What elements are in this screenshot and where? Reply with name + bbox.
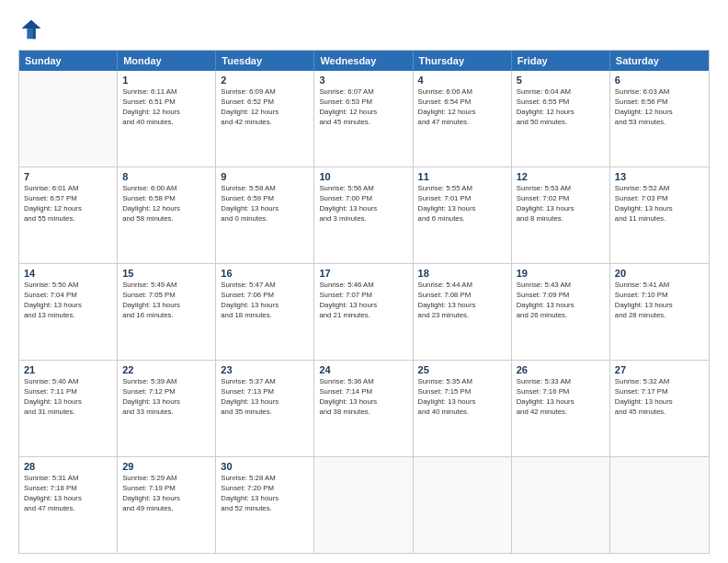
day-info: Sunrise: 5:58 AM Sunset: 6:59 PM Dayligh… — [221, 184, 309, 224]
cal-cell — [19, 71, 118, 167]
day-info: Sunrise: 5:55 AM Sunset: 7:01 PM Dayligh… — [418, 184, 506, 224]
day-number: 2 — [221, 75, 309, 86]
header-cell-thursday: Thursday — [414, 51, 512, 71]
cal-cell: 8Sunrise: 6:00 AM Sunset: 6:58 PM Daylig… — [118, 167, 216, 263]
day-number: 17 — [319, 268, 407, 279]
day-info: Sunrise: 5:50 AM Sunset: 7:04 PM Dayligh… — [24, 281, 112, 321]
day-info: Sunrise: 5:40 AM Sunset: 7:11 PM Dayligh… — [24, 377, 112, 418]
day-number: 21 — [24, 364, 112, 375]
day-info: Sunrise: 5:46 AM Sunset: 7:07 PM Dayligh… — [319, 281, 407, 321]
day-number: 13 — [615, 171, 704, 182]
day-number: 23 — [221, 364, 309, 375]
day-number: 15 — [122, 268, 210, 279]
cal-cell — [314, 457, 413, 553]
cal-cell: 22Sunrise: 5:39 AM Sunset: 7:12 PM Dayli… — [118, 361, 216, 456]
logo — [18, 17, 48, 42]
day-info: Sunrise: 5:53 AM Sunset: 7:02 PM Dayligh… — [517, 184, 605, 224]
header-cell-friday: Friday — [512, 51, 610, 71]
calendar-body: 1Sunrise: 6:11 AM Sunset: 6:51 PM Daylig… — [19, 71, 709, 553]
calendar-header: SundayMondayTuesdayWednesdayThursdayFrid… — [19, 51, 709, 71]
day-number: 9 — [221, 171, 309, 182]
cal-cell — [414, 457, 512, 553]
day-info: Sunrise: 5:37 AM Sunset: 7:13 PM Dayligh… — [221, 377, 309, 418]
day-info: Sunrise: 6:03 AM Sunset: 6:56 PM Dayligh… — [615, 87, 704, 128]
cal-cell: 9Sunrise: 5:58 AM Sunset: 6:59 PM Daylig… — [216, 167, 314, 263]
day-info: Sunrise: 5:49 AM Sunset: 7:05 PM Dayligh… — [122, 281, 210, 321]
header — [18, 17, 710, 42]
day-number: 8 — [122, 171, 210, 182]
day-number: 1 — [122, 75, 210, 86]
cal-cell: 26Sunrise: 5:33 AM Sunset: 7:16 PM Dayli… — [512, 361, 610, 456]
day-info: Sunrise: 6:04 AM Sunset: 6:55 PM Dayligh… — [517, 87, 605, 128]
day-number: 28 — [24, 461, 112, 472]
cal-row-3: 14Sunrise: 5:50 AM Sunset: 7:04 PM Dayli… — [19, 264, 709, 361]
cal-cell: 19Sunrise: 5:43 AM Sunset: 7:09 PM Dayli… — [512, 264, 610, 360]
day-info: Sunrise: 5:36 AM Sunset: 7:14 PM Dayligh… — [319, 377, 407, 418]
cal-cell: 14Sunrise: 5:50 AM Sunset: 7:04 PM Dayli… — [19, 264, 118, 360]
day-info: Sunrise: 6:11 AM Sunset: 6:51 PM Dayligh… — [122, 87, 210, 128]
logo-icon — [18, 17, 44, 42]
cal-cell: 21Sunrise: 5:40 AM Sunset: 7:11 PM Dayli… — [19, 361, 118, 456]
cal-row-5: 28Sunrise: 5:31 AM Sunset: 7:18 PM Dayli… — [19, 457, 709, 553]
cal-cell — [512, 457, 610, 553]
cal-cell: 17Sunrise: 5:46 AM Sunset: 7:07 PM Dayli… — [314, 264, 413, 360]
day-info: Sunrise: 5:39 AM Sunset: 7:12 PM Dayligh… — [122, 377, 210, 418]
cal-cell: 27Sunrise: 5:32 AM Sunset: 7:17 PM Dayli… — [610, 361, 709, 456]
header-cell-tuesday: Tuesday — [216, 51, 314, 71]
day-number: 14 — [24, 268, 112, 279]
cal-cell: 2Sunrise: 6:09 AM Sunset: 6:52 PM Daylig… — [216, 71, 314, 167]
day-number: 6 — [615, 75, 704, 86]
cal-cell: 13Sunrise: 5:52 AM Sunset: 7:03 PM Dayli… — [610, 167, 709, 263]
day-info: Sunrise: 5:35 AM Sunset: 7:15 PM Dayligh… — [418, 377, 506, 418]
day-number: 10 — [319, 171, 407, 182]
cal-cell: 5Sunrise: 6:04 AM Sunset: 6:55 PM Daylig… — [512, 71, 610, 167]
header-cell-monday: Monday — [118, 51, 216, 71]
cal-cell: 28Sunrise: 5:31 AM Sunset: 7:18 PM Dayli… — [19, 457, 118, 553]
day-info: Sunrise: 6:00 AM Sunset: 6:58 PM Dayligh… — [122, 184, 210, 224]
day-info: Sunrise: 5:41 AM Sunset: 7:10 PM Dayligh… — [615, 281, 704, 321]
day-number: 26 — [517, 364, 605, 375]
day-info: Sunrise: 5:56 AM Sunset: 7:00 PM Dayligh… — [319, 184, 407, 224]
day-number: 16 — [221, 268, 309, 279]
cal-cell: 20Sunrise: 5:41 AM Sunset: 7:10 PM Dayli… — [610, 264, 709, 360]
header-cell-wednesday: Wednesday — [314, 51, 413, 71]
day-number: 25 — [418, 364, 506, 375]
day-info: Sunrise: 5:29 AM Sunset: 7:19 PM Dayligh… — [122, 474, 210, 514]
day-info: Sunrise: 6:06 AM Sunset: 6:54 PM Dayligh… — [418, 87, 506, 128]
header-cell-sunday: Sunday — [19, 51, 118, 71]
day-number: 27 — [615, 364, 704, 375]
day-info: Sunrise: 5:44 AM Sunset: 7:08 PM Dayligh… — [418, 281, 506, 321]
day-number: 20 — [615, 268, 704, 279]
day-number: 12 — [517, 171, 605, 182]
day-info: Sunrise: 5:32 AM Sunset: 7:17 PM Dayligh… — [615, 377, 704, 418]
cal-cell: 6Sunrise: 6:03 AM Sunset: 6:56 PM Daylig… — [610, 71, 709, 167]
cal-cell: 29Sunrise: 5:29 AM Sunset: 7:19 PM Dayli… — [118, 457, 216, 553]
cal-cell: 16Sunrise: 5:47 AM Sunset: 7:06 PM Dayli… — [216, 264, 314, 360]
day-info: Sunrise: 5:33 AM Sunset: 7:16 PM Dayligh… — [517, 377, 605, 418]
day-number: 3 — [319, 75, 407, 86]
day-info: Sunrise: 6:07 AM Sunset: 6:53 PM Dayligh… — [319, 87, 407, 128]
day-number: 29 — [122, 461, 210, 472]
cal-cell: 7Sunrise: 6:01 AM Sunset: 6:57 PM Daylig… — [19, 167, 118, 263]
cal-cell — [610, 457, 709, 553]
cal-row-2: 7Sunrise: 6:01 AM Sunset: 6:57 PM Daylig… — [19, 167, 709, 264]
day-number: 11 — [418, 171, 506, 182]
cal-cell: 10Sunrise: 5:56 AM Sunset: 7:00 PM Dayli… — [314, 167, 413, 263]
day-number: 30 — [221, 461, 309, 472]
day-info: Sunrise: 5:28 AM Sunset: 7:20 PM Dayligh… — [221, 474, 309, 514]
cal-cell: 4Sunrise: 6:06 AM Sunset: 6:54 PM Daylig… — [414, 71, 512, 167]
day-info: Sunrise: 6:01 AM Sunset: 6:57 PM Dayligh… — [24, 184, 112, 224]
cal-cell: 3Sunrise: 6:07 AM Sunset: 6:53 PM Daylig… — [314, 71, 413, 167]
cal-cell: 12Sunrise: 5:53 AM Sunset: 7:02 PM Dayli… — [512, 167, 610, 263]
cal-cell: 30Sunrise: 5:28 AM Sunset: 7:20 PM Dayli… — [216, 457, 314, 553]
day-number: 4 — [418, 75, 506, 86]
day-number: 18 — [418, 268, 506, 279]
day-info: Sunrise: 6:09 AM Sunset: 6:52 PM Dayligh… — [221, 87, 309, 128]
day-number: 22 — [122, 364, 210, 375]
cal-row-4: 21Sunrise: 5:40 AM Sunset: 7:11 PM Dayli… — [19, 361, 709, 457]
cal-cell: 25Sunrise: 5:35 AM Sunset: 7:15 PM Dayli… — [414, 361, 512, 456]
header-cell-saturday: Saturday — [610, 51, 709, 71]
cal-cell: 24Sunrise: 5:36 AM Sunset: 7:14 PM Dayli… — [314, 361, 413, 456]
cal-row-1: 1Sunrise: 6:11 AM Sunset: 6:51 PM Daylig… — [19, 71, 709, 167]
calendar: SundayMondayTuesdayWednesdayThursdayFrid… — [18, 50, 710, 554]
